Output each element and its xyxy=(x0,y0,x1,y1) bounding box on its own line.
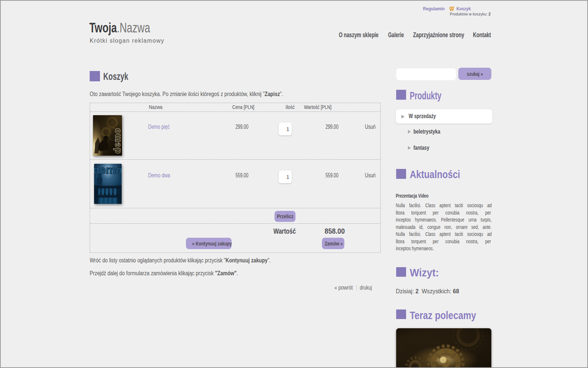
svg-text:demo: demo xyxy=(112,128,122,153)
svg-text:demo: demo xyxy=(94,164,122,176)
